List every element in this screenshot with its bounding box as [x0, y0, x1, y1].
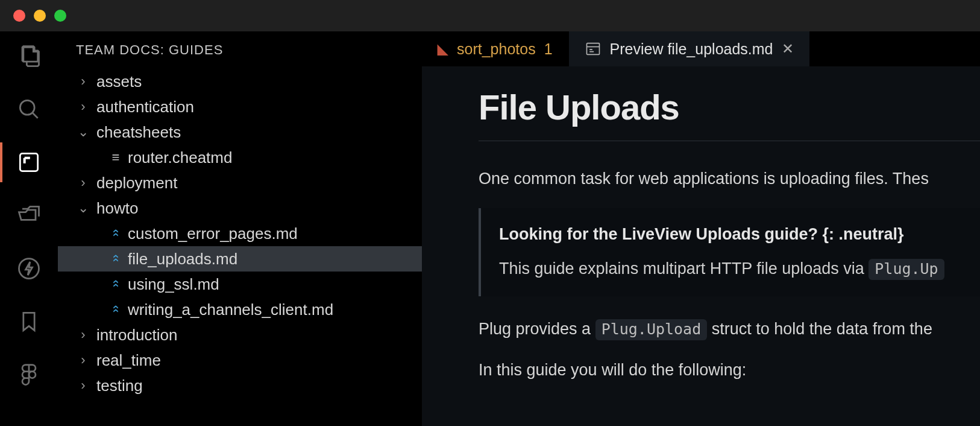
para2-code: Plug.Upload [595, 319, 708, 340]
folders-icon [16, 202, 42, 229]
tab-label: sort_photos [457, 40, 536, 58]
activity-bookmarks[interactable] [15, 308, 43, 335]
tree-label: writing_a_channels_client.md [128, 302, 333, 317]
tree-label: authentication [96, 99, 194, 115]
svg-point-2 [19, 259, 39, 279]
chevron-right-icon: › [76, 176, 90, 189]
preview-intro: One common task for web applications is … [479, 167, 980, 191]
markdown-preview: File Uploads One common task for web app… [422, 66, 980, 426]
markdown-file-icon [110, 253, 122, 264]
preview-callout: Looking for the LiveView Uploads guide? … [479, 208, 980, 296]
preview-title: File Uploads [479, 87, 980, 127]
tree-folder[interactable]: ›real_time [58, 348, 422, 373]
figma-icon [16, 361, 42, 388]
chevron-right-icon: › [76, 354, 90, 367]
markdown-file-icon [110, 228, 122, 239]
callout-code: Plug.Up [868, 259, 944, 280]
tree-folder[interactable]: ⌄cheatsheets [58, 119, 422, 145]
window-minimize-button[interactable] [34, 10, 46, 22]
chevron-right-icon: › [76, 328, 90, 342]
preview-rule [479, 141, 980, 141]
editor-tab[interactable]: ◢sort_photos1 [422, 31, 569, 66]
chevron-right-icon: › [76, 379, 90, 392]
chevron-down-icon: ⌄ [76, 126, 90, 139]
files-icon [16, 43, 42, 69]
editor-area: ◢sort_photos1Preview file_uploads.md✕ Fi… [422, 31, 980, 426]
markdown-file-icon [110, 304, 122, 315]
tree-file[interactable]: file_uploads.md [58, 246, 422, 272]
callout-body: This guide explains multipart HTTP file … [499, 259, 962, 278]
tree-label: router.cheatmd [128, 150, 232, 165]
chevron-right-icon: › [76, 100, 90, 113]
svg-rect-1 [20, 153, 37, 171]
activity-search[interactable] [15, 95, 43, 123]
tree-file[interactable]: using_ssl.md [58, 272, 422, 297]
tree-label: cheatsheets [96, 124, 181, 140]
window-zoom-button[interactable] [54, 10, 66, 22]
tree-folder[interactable]: ›deployment [58, 170, 422, 196]
sidebar: TEAM DOCS: GUIDES ›assets›authentication… [58, 31, 422, 426]
tree-file[interactable]: custom_error_pages.md [58, 221, 422, 246]
tree-label: deployment [96, 175, 177, 191]
para2-pre: Plug provides a [479, 320, 595, 338]
callout-body-text: This guide explains multipart HTTP file … [499, 259, 868, 278]
activity-bar [0, 31, 58, 426]
tree-file[interactable]: writing_a_channels_client.md [58, 297, 422, 322]
file-tree: ›assets›authentication⌄cheatsheets ≡rout… [58, 69, 422, 398]
activity-thunder[interactable] [15, 255, 43, 282]
tab-close-icon[interactable]: ✕ [782, 40, 794, 57]
tab-label: Preview file_uploads.md [610, 40, 773, 58]
tab-modified-badge: 1 [544, 40, 553, 58]
tree-folder[interactable]: ›testing [58, 373, 422, 398]
svg-point-3 [29, 372, 36, 378]
editor-tab[interactable]: Preview file_uploads.md✕ [569, 31, 810, 66]
svg-rect-4 [586, 43, 599, 55]
svg-point-0 [20, 100, 34, 115]
cheatmd-file-icon: ≡ [110, 151, 122, 164]
titlebar [0, 0, 980, 31]
tree-file[interactable]: ≡router.cheatmd [58, 145, 422, 170]
tree-label: assets [96, 74, 142, 89]
docs-icon [16, 149, 42, 176]
tree-label: real_time [96, 352, 161, 368]
callout-title: Looking for the LiveView Uploads guide? … [499, 225, 962, 244]
app-body: TEAM DOCS: GUIDES ›assets›authentication… [0, 31, 980, 426]
tree-label: using_ssl.md [128, 276, 219, 292]
bookmark-icon [16, 308, 42, 335]
markdown-file-icon [110, 279, 122, 290]
sidebar-header: TEAM DOCS: GUIDES [58, 42, 422, 58]
para2-post: struct to hold the data from the [707, 320, 932, 338]
activity-explorer[interactable] [15, 42, 43, 70]
window-close-button[interactable] [13, 10, 25, 22]
activity-docs[interactable] [15, 148, 43, 176]
tree-folder[interactable]: ⌄howto [58, 196, 422, 221]
tree-folder[interactable]: ›assets [58, 69, 422, 94]
tree-label: howto [96, 200, 138, 216]
preview-para3: In this guide you will do the following: [479, 358, 980, 383]
tree-label: file_uploads.md [128, 251, 237, 267]
preview-icon [585, 40, 602, 57]
activity-figma[interactable] [15, 361, 43, 389]
chevron-down-icon: ⌄ [76, 202, 90, 215]
search-icon [16, 96, 42, 122]
tree-label: introduction [96, 327, 177, 343]
tree-folder[interactable]: ›introduction [58, 322, 422, 348]
chevron-right-icon: › [76, 75, 90, 88]
tree-label: testing [96, 378, 143, 393]
tree-label: custom_error_pages.md [128, 226, 298, 241]
preview-para2: Plug provides a Plug.Upload struct to ho… [479, 317, 980, 342]
activity-folders[interactable] [15, 202, 43, 229]
tab-bar: ◢sort_photos1Preview file_uploads.md✕ [422, 31, 980, 66]
ruby-file-icon: ◢ [438, 40, 448, 57]
tree-folder[interactable]: ›authentication [58, 94, 422, 119]
bolt-icon [16, 255, 42, 282]
